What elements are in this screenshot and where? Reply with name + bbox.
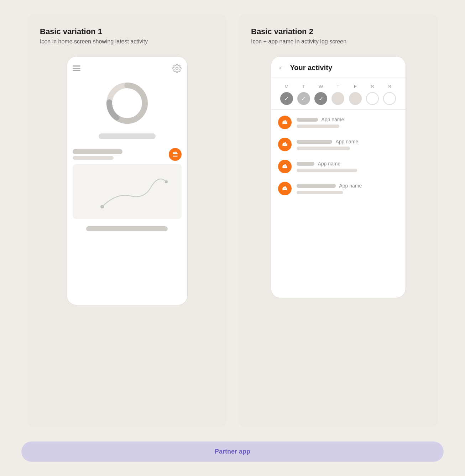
orange-badge-v1 <box>169 148 182 161</box>
variation-2-card: Basic variation 2 Icon + app name in act… <box>238 14 438 427</box>
day-circle-t2 <box>331 92 344 105</box>
day-item-s1[interactable]: S <box>366 84 379 105</box>
day-circle-w: ✓ <box>314 92 327 105</box>
day-label-f: F <box>354 84 357 89</box>
progress-bar-container <box>73 133 182 139</box>
map-path-svg <box>73 164 182 219</box>
back-arrow-icon[interactable]: ← <box>278 64 285 72</box>
activity-text-2: App name <box>297 139 398 150</box>
day-label-s1: S <box>371 84 374 89</box>
donut-chart <box>104 80 150 126</box>
main-content: Basic variation 1 Icon in home screen sh… <box>0 0 465 476</box>
day-circle-f <box>349 92 362 105</box>
activity-bar-4b <box>297 191 343 194</box>
activity-bar-1a <box>297 118 318 122</box>
shoe-icon-v1 <box>172 151 178 158</box>
check-w: ✓ <box>319 95 323 102</box>
activity-list: App name <box>271 110 406 210</box>
day-label-m: M <box>284 84 288 89</box>
day-circle-s2 <box>383 92 396 105</box>
activity-line-top-4: App name <box>297 183 398 189</box>
v1-list-line-thin <box>73 156 114 160</box>
v1-list-line-short <box>73 149 123 154</box>
phone-mockup-v1 <box>67 56 188 305</box>
variations-row: Basic variation 1 Icon in home screen sh… <box>0 0 465 441</box>
check-m: ✓ <box>284 95 289 102</box>
activity-item-3: App name <box>278 160 398 173</box>
shoe-icon-1 <box>281 119 288 126</box>
day-label-t2: T <box>337 84 340 89</box>
activity-icon-3 <box>278 160 292 173</box>
phone-mockup-v2: ← Your activity M ✓ T <box>271 56 406 298</box>
activity-item-1: App name <box>278 116 398 129</box>
day-item-f[interactable]: F <box>349 84 362 105</box>
svg-point-0 <box>176 67 178 70</box>
activity-line-top-1: App name <box>297 117 398 122</box>
day-item-t2[interactable]: T <box>331 84 344 105</box>
day-label-t1: T <box>302 84 305 89</box>
activity-icon-2 <box>278 138 292 151</box>
activity-bar-2b <box>297 147 350 150</box>
svg-point-5 <box>165 180 168 183</box>
variation-1-card: Basic variation 1 Icon in home screen sh… <box>27 14 227 427</box>
day-item-w[interactable]: W ✓ <box>314 84 327 105</box>
day-circle-t1: ✓ <box>297 92 310 105</box>
variation-2-subtitle: Icon + app name in activity log screen <box>251 38 425 45</box>
activity-app-name-3: App name <box>318 161 341 166</box>
day-circle-s1 <box>366 92 379 105</box>
shoe-icon-3 <box>281 163 288 170</box>
day-label-s2: S <box>388 84 391 89</box>
progress-bar <box>99 133 156 139</box>
day-circle-m: ✓ <box>280 92 293 105</box>
phone-v1-header <box>73 64 182 73</box>
activity-text-3: App name <box>297 161 398 172</box>
activity-line-top-3: App name <box>297 161 398 166</box>
v2-header-title: Your activity <box>290 64 333 72</box>
activity-item-2: App name <box>278 138 398 151</box>
activity-item-4: App name <box>278 182 398 195</box>
day-selector: M ✓ T ✓ W <box>271 78 406 110</box>
activity-bar-2a <box>297 140 332 144</box>
variation-1-title: Basic variation 1 <box>40 27 214 36</box>
gear-icon <box>172 64 182 73</box>
activity-app-name-1: App name <box>322 117 344 122</box>
v1-list-item-1 <box>73 149 182 160</box>
shoe-icon-2 <box>281 141 288 148</box>
v1-map-area <box>73 164 182 219</box>
activity-line-top-2: App name <box>297 139 398 144</box>
activity-bar-1b <box>297 125 339 128</box>
day-item-s2[interactable]: S <box>383 84 396 105</box>
activity-text-1: App name <box>297 117 398 128</box>
v2-header: ← Your activity <box>271 57 406 78</box>
v1-bottom-bar <box>86 226 168 231</box>
variation-1-subtitle: Icon in home screen showing latest activ… <box>40 38 214 45</box>
day-label-w: W <box>319 84 323 89</box>
activity-text-4: App name <box>297 183 398 194</box>
activity-bar-3a <box>297 162 314 166</box>
variation-2-title: Basic variation 2 <box>251 27 425 36</box>
partner-app-label: Partner app <box>215 448 250 455</box>
activity-app-name-2: App name <box>336 139 359 144</box>
donut-chart-container <box>73 80 182 126</box>
activity-app-name-4: App name <box>339 183 362 189</box>
activity-bar-3b <box>297 169 357 172</box>
hamburger-icon <box>73 65 80 71</box>
activity-icon-1 <box>278 116 292 129</box>
day-item-t1[interactable]: T ✓ <box>297 84 310 105</box>
day-item-m[interactable]: M ✓ <box>280 84 293 105</box>
v1-bottom-section <box>73 226 182 231</box>
partner-app-bar[interactable]: Partner app <box>21 441 444 462</box>
shoe-icon-4 <box>281 185 288 192</box>
activity-icon-4 <box>278 182 292 195</box>
check-t1: ✓ <box>301 95 306 102</box>
activity-bar-4a <box>297 184 336 188</box>
